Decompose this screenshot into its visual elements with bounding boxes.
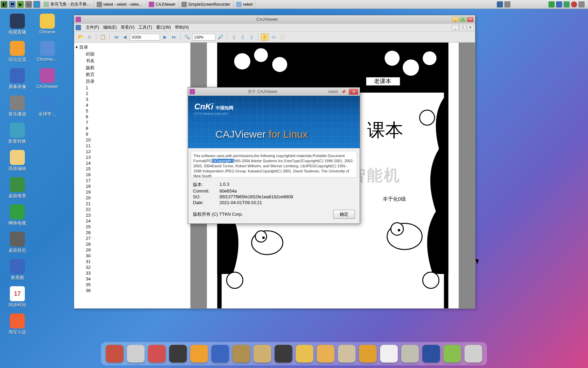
dock-item-14[interactable] xyxy=(401,345,419,363)
dock-item-16[interactable] xyxy=(443,345,461,363)
tray-workspace-2[interactable] xyxy=(504,1,510,7)
tree-item-6[interactable]: 6 xyxy=(74,114,190,120)
tree-item-28[interactable]: 28 xyxy=(74,241,190,247)
dock-item-5[interactable] xyxy=(211,345,229,363)
tree-item-目录[interactable]: 目录 xyxy=(74,78,190,85)
tree-item-34[interactable]: 34 xyxy=(74,276,190,282)
ok-button[interactable]: 确定 xyxy=(333,210,355,219)
menu-4[interactable]: 窗口(W) xyxy=(154,25,173,30)
dock-item-6[interactable] xyxy=(232,345,250,363)
tree-item-2[interactable]: 2 xyxy=(74,91,190,96)
inner-minimize-button[interactable]: _ xyxy=(452,25,459,30)
tree-item-27[interactable]: 27 xyxy=(74,235,190,241)
dock-item-4[interactable] xyxy=(190,345,208,363)
tree-item-25[interactable]: 25 xyxy=(74,224,190,230)
tree-item-24[interactable]: 24 xyxy=(74,218,190,224)
tray-workspace-1[interactable] xyxy=(497,1,503,7)
desktop-icon-桌面状态[interactable]: 桌面状态 xyxy=(5,232,30,254)
next-page-button[interactable]: ▶ xyxy=(161,33,169,41)
dock-item-3[interactable] xyxy=(169,345,187,363)
taskbar-launcher-4[interactable]: 🌐 xyxy=(33,1,40,8)
desktop-icon-Chrome[interactable]: Chrome xyxy=(35,14,60,35)
tree-item-31[interactable]: 31 xyxy=(74,259,190,264)
desktop-icon-影音转换[interactable]: 影音转换 xyxy=(5,123,30,144)
tree-item-30[interactable]: 30 xyxy=(74,253,190,259)
menu-2[interactable]: 查看(V) xyxy=(119,25,136,30)
first-page-button[interactable]: ⏮ xyxy=(112,33,120,41)
tree-item-8[interactable]: 8 xyxy=(74,125,190,131)
titlebar[interactable]: CAJViewer _ □ ✕ xyxy=(74,15,475,24)
tree-item-13[interactable]: 13 xyxy=(74,154,190,160)
taskbar-item-0[interactable]: 青鸟飞鱼 - 此生不换… xyxy=(41,0,94,9)
taskbar-item-3[interactable]: SimpleScreenRecorder xyxy=(179,0,233,9)
tray-icon-5[interactable] xyxy=(578,1,585,7)
tree-item-7[interactable]: 7 xyxy=(74,120,190,125)
tree-item-版权[interactable]: 版权 xyxy=(74,64,190,71)
tree-item-书名[interactable]: 书名 xyxy=(74,58,190,64)
menu-3[interactable]: 工具(T) xyxy=(136,25,154,30)
desktop-icon-淘宝小店[interactable]: 淘宝小店 xyxy=(5,313,30,335)
desktop-icon-Chromiu…[interactable]: Chromiu… xyxy=(35,41,60,63)
tree-item-4[interactable]: 4 xyxy=(74,102,190,108)
dock-item-11[interactable] xyxy=(338,345,356,363)
tree-item-26[interactable]: 26 xyxy=(74,230,190,235)
desktop-icon-换底图[interactable]: 换底图 xyxy=(5,259,30,281)
about-license-text[interactable]: This software uses,with permissions,the … xyxy=(191,151,357,178)
taskbar-launcher-1[interactable]: ⬒ xyxy=(9,1,16,8)
tree-item-16[interactable]: 16 xyxy=(74,172,190,178)
desktop-icon-全球学…[interactable]: 全球学… xyxy=(35,95,60,117)
tree-item-21[interactable]: 21 xyxy=(74,201,190,206)
layout-1-button[interactable]: ▯ xyxy=(230,33,238,41)
start-icon[interactable]: ◧ xyxy=(1,1,7,8)
desktop-icon-网络电视[interactable]: 网络电视 xyxy=(5,204,30,226)
page-input[interactable] xyxy=(130,34,160,41)
desktop-icon-桌面维基[interactable]: 桌面维基 xyxy=(5,177,30,199)
tree-item-33[interactable]: 33 xyxy=(74,270,190,276)
about-titlebar[interactable]: 关于 CAJViewer veket 📌 ✕ xyxy=(188,88,360,96)
minimize-button[interactable]: _ xyxy=(452,17,459,22)
tree-item-11[interactable]: 11 xyxy=(74,143,190,149)
open-button[interactable]: 📂 xyxy=(77,33,84,41)
maximize-button[interactable]: □ xyxy=(459,17,466,22)
layout-2-button[interactable]: ▯ xyxy=(239,33,246,41)
tree-item-19[interactable]: 19 xyxy=(74,189,190,195)
about-pin-icon[interactable]: 📌 xyxy=(341,90,346,94)
tray-record-icon[interactable] xyxy=(571,1,577,7)
tree-item-32[interactable]: 32 xyxy=(74,264,190,270)
tree-item-22[interactable]: 22 xyxy=(74,206,190,212)
tree-item-20[interactable]: 20 xyxy=(74,195,190,201)
tree-item-18[interactable]: 18 xyxy=(74,183,190,189)
tree-item-前言[interactable]: 前言 xyxy=(74,71,190,78)
dock-item-1[interactable] xyxy=(127,345,145,363)
tree-item-14[interactable]: 14 xyxy=(74,160,190,166)
desktop-icon-CAJViewer[interactable]: CAJViewer xyxy=(35,68,60,90)
hand-tool-button[interactable]: ✋ xyxy=(261,33,268,41)
zoom-out-button[interactable]: 🔍 xyxy=(183,33,191,41)
tray-icon-3[interactable] xyxy=(564,1,570,7)
tree-item-17[interactable]: 17 xyxy=(74,178,190,183)
tree-item-9[interactable]: 9 xyxy=(74,131,190,137)
dock-item-15[interactable] xyxy=(422,345,440,363)
desktop-icon-同步时间[interactable]: 17同步时间 xyxy=(5,286,30,308)
dock-item-8[interactable] xyxy=(275,345,292,363)
desktop-icon-高级编辑[interactable]: 高级编辑 xyxy=(5,150,30,172)
dock-item-0[interactable] xyxy=(106,345,124,363)
copy-button[interactable]: 📋 xyxy=(99,33,107,41)
tree-item-35[interactable]: 35 xyxy=(74,282,190,288)
tray-icon-2[interactable] xyxy=(556,1,562,7)
last-page-button[interactable]: ⏭ xyxy=(170,33,178,41)
taskbar-launcher-3[interactable]: ▭ xyxy=(25,1,32,8)
tree-item-29[interactable]: 29 xyxy=(74,247,190,253)
tree-root[interactable]: ▾ 目录 xyxy=(74,44,190,51)
desktop-icon-屏幕录像[interactable]: 屏幕录像 xyxy=(5,68,30,90)
tree-item-15[interactable]: 15 xyxy=(74,166,190,172)
menu-0[interactable]: 文件(F) xyxy=(84,25,101,30)
desktop-icon-论坛交流[interactable]: 论坛交流 xyxy=(5,41,30,63)
dock-item-10[interactable] xyxy=(317,345,334,363)
tree-item-5[interactable]: 5 xyxy=(74,108,190,114)
tree-item-12[interactable]: 12 xyxy=(74,149,190,154)
dock-item-12[interactable] xyxy=(359,345,377,363)
close-button[interactable]: ✕ xyxy=(467,17,474,22)
zoom-input[interactable] xyxy=(192,34,215,41)
tree-item-23[interactable]: 23 xyxy=(74,212,190,218)
